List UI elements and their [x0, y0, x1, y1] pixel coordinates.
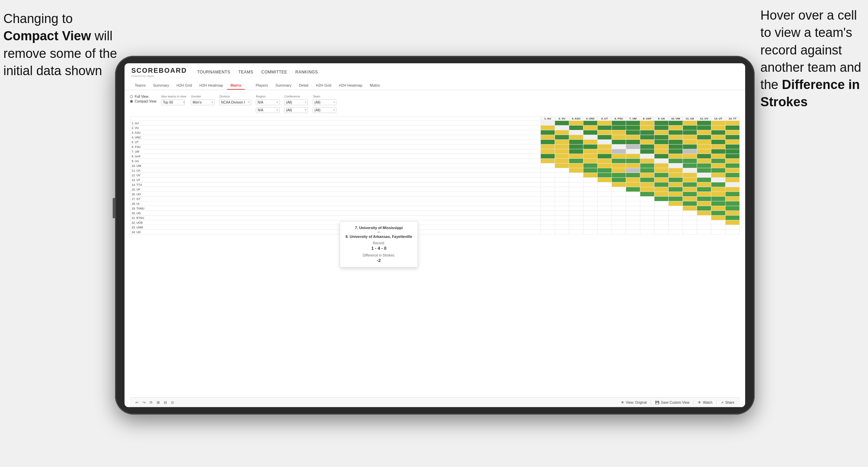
- matrix-cell[interactable]: [541, 159, 555, 163]
- matrix-cell[interactable]: [541, 197, 555, 201]
- matrix-cell[interactable]: [640, 211, 654, 216]
- matrix-cell[interactable]: [569, 130, 583, 135]
- matrix-cell[interactable]: [726, 121, 740, 126]
- matrix-cell[interactable]: [726, 149, 740, 154]
- matrix-cell[interactable]: [541, 163, 555, 168]
- matrix-cell[interactable]: [640, 168, 654, 173]
- matrix-cell[interactable]: [555, 149, 569, 154]
- matrix-cell[interactable]: [726, 126, 740, 130]
- matrix-cell[interactable]: [669, 187, 683, 192]
- matrix-cell[interactable]: [541, 220, 555, 225]
- matrix-cell[interactable]: [555, 187, 569, 192]
- matrix-cell[interactable]: [640, 182, 654, 187]
- matrix-cell[interactable]: [569, 126, 583, 130]
- matrix-cell[interactable]: [697, 144, 711, 149]
- matrix-cell[interactable]: [669, 201, 683, 206]
- matrix-cell[interactable]: [598, 201, 612, 206]
- matrix-cell[interactable]: [598, 149, 612, 154]
- matrix-cell[interactable]: [697, 168, 711, 173]
- matrix-cell[interactable]: [612, 192, 626, 197]
- matrix-cell[interactable]: [612, 130, 626, 135]
- matrix-cell[interactable]: [612, 225, 626, 230]
- matrix-cell[interactable]: [711, 121, 726, 126]
- matrix-cell[interactable]: [626, 140, 640, 144]
- matrix-cell[interactable]: [555, 173, 569, 178]
- matrix-cell[interactable]: [726, 173, 740, 178]
- matrix-cell[interactable]: [541, 130, 555, 135]
- full-view-option[interactable]: Full View: [130, 95, 156, 98]
- matrix-cell[interactable]: [555, 197, 569, 201]
- matrix-cell[interactable]: [726, 197, 740, 201]
- matrix-cell[interactable]: [569, 159, 583, 163]
- matrix-cell[interactable]: [598, 144, 612, 149]
- matrix-cell[interactable]: [669, 211, 683, 216]
- matrix-cell[interactable]: [711, 230, 726, 235]
- matrix-cell[interactable]: [697, 201, 711, 206]
- matrix-cell[interactable]: [598, 182, 612, 187]
- matrix-cell[interactable]: [541, 206, 555, 211]
- matrix-cell[interactable]: [612, 168, 626, 173]
- matrix-cell[interactable]: [583, 154, 598, 159]
- matrix-cell[interactable]: [697, 159, 711, 163]
- matrix-cell[interactable]: [626, 216, 640, 220]
- matrix-cell[interactable]: [541, 211, 555, 216]
- team-select[interactable]: (All): [313, 99, 336, 105]
- matrix-cell[interactable]: [626, 168, 640, 173]
- matrix-cell[interactable]: [683, 187, 697, 192]
- watch-button[interactable]: 👁 Watch: [698, 401, 712, 404]
- matrix-cell[interactable]: [669, 140, 683, 144]
- matrix-cell[interactable]: [541, 121, 555, 126]
- gender-select[interactable]: Men's: [191, 99, 215, 105]
- matrix-cell[interactable]: [669, 168, 683, 173]
- matrix-cell[interactable]: [541, 144, 555, 149]
- matrix-cell[interactable]: [626, 126, 640, 130]
- matrix-cell[interactable]: [726, 206, 740, 211]
- matrix-cell[interactable]: [711, 144, 726, 149]
- matrix-cell[interactable]: [598, 197, 612, 201]
- matrix-cell[interactable]: [626, 144, 640, 149]
- matrix-cell[interactable]: [612, 144, 626, 149]
- nav-teams[interactable]: TEAMS: [238, 70, 253, 74]
- matrix-cell[interactable]: [711, 163, 726, 168]
- matrix-cell[interactable]: [626, 197, 640, 201]
- matrix-cell[interactable]: [697, 230, 711, 235]
- matrix-cell[interactable]: [711, 173, 726, 178]
- matrix-cell[interactable]: [683, 163, 697, 168]
- matrix-cell[interactable]: [711, 206, 726, 211]
- tab-matrix[interactable]: Matrix: [227, 82, 245, 90]
- matrix-cell[interactable]: [598, 225, 612, 230]
- matrix-cell[interactable]: [598, 159, 612, 163]
- matrix-cell[interactable]: [612, 154, 626, 159]
- matrix-cell[interactable]: [583, 144, 598, 149]
- matrix-cell[interactable]: [583, 197, 598, 201]
- matrix-cell[interactable]: [640, 225, 654, 230]
- region-select2[interactable]: N/A: [256, 107, 280, 113]
- matrix-cell[interactable]: [612, 220, 626, 225]
- matrix-cell[interactable]: [640, 216, 654, 220]
- matrix-cell[interactable]: [612, 159, 626, 163]
- matrix-cell[interactable]: [654, 140, 669, 144]
- matrix-cell[interactable]: [697, 154, 711, 159]
- matrix-cell[interactable]: [654, 197, 669, 201]
- matrix-cell[interactable]: [541, 187, 555, 192]
- matrix-cell[interactable]: [697, 126, 711, 130]
- matrix-cell[interactable]: [654, 159, 669, 163]
- matrix-cell[interactable]: [626, 154, 640, 159]
- refresh-button[interactable]: ⟳: [150, 400, 153, 405]
- matrix-cell[interactable]: [726, 187, 740, 192]
- matrix-cell[interactable]: [697, 163, 711, 168]
- matrix-cell[interactable]: [697, 130, 711, 135]
- matrix-cell[interactable]: [583, 211, 598, 216]
- matrix-cell[interactable]: [569, 121, 583, 126]
- matrix-cell[interactable]: [669, 135, 683, 140]
- save-custom-button[interactable]: 💾 Save Custom View: [655, 401, 689, 404]
- matrix-cell[interactable]: [654, 135, 669, 140]
- matrix-cell[interactable]: [626, 163, 640, 168]
- matrix-cell[interactable]: [598, 178, 612, 182]
- matrix-cell[interactable]: [697, 211, 711, 216]
- matrix-cell[interactable]: [683, 201, 697, 206]
- matrix-cell[interactable]: [612, 216, 626, 220]
- matrix-cell[interactable]: [654, 230, 669, 235]
- matrix-cell[interactable]: [569, 211, 583, 216]
- matrix-cell[interactable]: [598, 211, 612, 216]
